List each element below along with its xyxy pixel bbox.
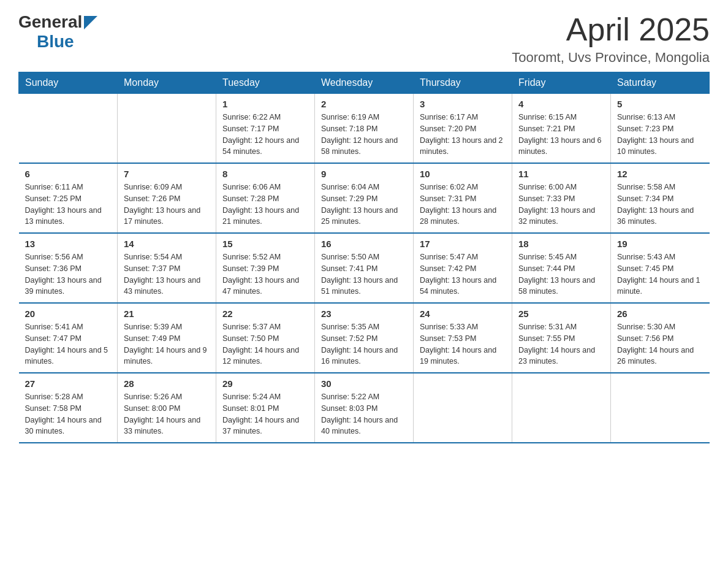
calendar-cell: 27Sunrise: 5:28 AMSunset: 7:58 PMDayligh… <box>19 373 118 443</box>
calendar-cell: 30Sunrise: 5:22 AMSunset: 8:03 PMDayligh… <box>315 373 414 443</box>
weekday-header-wednesday: Wednesday <box>315 72 414 94</box>
day-info: Sunrise: 5:33 AMSunset: 7:53 PMDaylight:… <box>420 321 506 367</box>
day-info: Sunrise: 5:50 AMSunset: 7:41 PMDaylight:… <box>321 251 407 297</box>
weekday-header-saturday: Saturday <box>611 72 710 94</box>
weekday-header-tuesday: Tuesday <box>216 72 315 94</box>
day-info: Sunrise: 5:43 AMSunset: 7:45 PMDaylight:… <box>617 251 703 297</box>
logo-general-text: General <box>18 12 82 32</box>
day-number: 26 <box>617 308 703 319</box>
calendar-cell: 19Sunrise: 5:43 AMSunset: 7:45 PMDayligh… <box>611 233 710 303</box>
calendar-cell <box>512 373 611 443</box>
day-info: Sunrise: 5:58 AMSunset: 7:34 PMDaylight:… <box>617 182 703 228</box>
calendar-cell: 24Sunrise: 5:33 AMSunset: 7:53 PMDayligh… <box>414 303 512 373</box>
day-number: 2 <box>321 99 407 109</box>
calendar-cell <box>611 373 710 443</box>
day-info: Sunrise: 5:37 AMSunset: 7:50 PMDaylight:… <box>222 321 308 367</box>
title-section: April 2025 Tooromt, Uvs Province, Mongol… <box>512 12 710 66</box>
day-number: 27 <box>25 378 112 389</box>
day-number: 29 <box>222 378 308 389</box>
calendar-cell: 28Sunrise: 5:26 AMSunset: 8:00 PMDayligh… <box>118 373 216 443</box>
calendar-cell: 15Sunrise: 5:52 AMSunset: 7:39 PMDayligh… <box>216 233 315 303</box>
calendar-cell <box>414 373 512 443</box>
calendar-cell: 2Sunrise: 6:19 AMSunset: 7:18 PMDaylight… <box>315 94 414 164</box>
calendar-cell: 8Sunrise: 6:06 AMSunset: 7:28 PMDaylight… <box>216 163 315 233</box>
day-info: Sunrise: 6:13 AMSunset: 7:23 PMDaylight:… <box>617 112 703 158</box>
day-number: 13 <box>25 239 112 249</box>
day-number: 23 <box>321 308 407 319</box>
day-number: 22 <box>222 308 308 319</box>
day-number: 19 <box>617 239 703 249</box>
day-info: Sunrise: 5:39 AMSunset: 7:49 PMDaylight:… <box>124 321 210 367</box>
day-info: Sunrise: 6:06 AMSunset: 7:28 PMDaylight:… <box>222 182 308 228</box>
day-info: Sunrise: 6:02 AMSunset: 7:31 PMDaylight:… <box>420 182 506 228</box>
day-number: 18 <box>518 239 604 249</box>
calendar-week-row: 20Sunrise: 5:41 AMSunset: 7:47 PMDayligh… <box>19 303 710 373</box>
weekday-header-row: SundayMondayTuesdayWednesdayThursdayFrid… <box>19 72 710 94</box>
day-number: 16 <box>321 239 407 249</box>
day-number: 8 <box>222 169 308 179</box>
day-number: 10 <box>420 169 506 179</box>
calendar-week-row: 6Sunrise: 6:11 AMSunset: 7:25 PMDaylight… <box>19 163 710 233</box>
day-info: Sunrise: 5:45 AMSunset: 7:44 PMDaylight:… <box>518 251 604 297</box>
day-info: Sunrise: 5:22 AMSunset: 8:03 PMDaylight:… <box>321 391 407 437</box>
day-info: Sunrise: 5:54 AMSunset: 7:37 PMDaylight:… <box>124 251 210 297</box>
day-number: 24 <box>420 308 506 319</box>
day-number: 28 <box>124 378 210 389</box>
weekday-header-monday: Monday <box>118 72 216 94</box>
day-number: 4 <box>518 99 604 109</box>
calendar-week-row: 1Sunrise: 6:22 AMSunset: 7:17 PMDaylight… <box>19 94 710 164</box>
month-title: April 2025 <box>512 12 710 47</box>
calendar-cell: 25Sunrise: 5:31 AMSunset: 7:55 PMDayligh… <box>512 303 611 373</box>
calendar-body: 1Sunrise: 6:22 AMSunset: 7:17 PMDaylight… <box>19 94 710 443</box>
logo-blue-text: Blue <box>37 32 74 52</box>
calendar-cell: 26Sunrise: 5:30 AMSunset: 7:56 PMDayligh… <box>611 303 710 373</box>
day-info: Sunrise: 6:15 AMSunset: 7:21 PMDaylight:… <box>518 112 604 158</box>
calendar-cell: 7Sunrise: 6:09 AMSunset: 7:26 PMDaylight… <box>118 163 216 233</box>
weekday-header-sunday: Sunday <box>19 72 118 94</box>
page-header: General Blue April 2025 Tooromt, Uvs Pro… <box>18 12 710 66</box>
calendar-cell <box>19 94 118 164</box>
day-number: 17 <box>420 239 506 249</box>
day-info: Sunrise: 5:47 AMSunset: 7:42 PMDaylight:… <box>420 251 506 297</box>
calendar-cell: 1Sunrise: 6:22 AMSunset: 7:17 PMDaylight… <box>216 94 315 164</box>
day-info: Sunrise: 5:28 AMSunset: 7:58 PMDaylight:… <box>25 391 112 437</box>
calendar-cell: 23Sunrise: 5:35 AMSunset: 7:52 PMDayligh… <box>315 303 414 373</box>
day-number: 9 <box>321 169 407 179</box>
calendar-cell: 9Sunrise: 6:04 AMSunset: 7:29 PMDaylight… <box>315 163 414 233</box>
day-info: Sunrise: 6:22 AMSunset: 7:17 PMDaylight:… <box>222 112 308 158</box>
calendar-cell <box>118 94 216 164</box>
calendar-cell: 6Sunrise: 6:11 AMSunset: 7:25 PMDaylight… <box>19 163 118 233</box>
calendar-cell: 29Sunrise: 5:24 AMSunset: 8:01 PMDayligh… <box>216 373 315 443</box>
calendar-cell: 18Sunrise: 5:45 AMSunset: 7:44 PMDayligh… <box>512 233 611 303</box>
calendar-cell: 10Sunrise: 6:02 AMSunset: 7:31 PMDayligh… <box>414 163 512 233</box>
calendar-header: SundayMondayTuesdayWednesdayThursdayFrid… <box>19 72 710 94</box>
calendar-cell: 12Sunrise: 5:58 AMSunset: 7:34 PMDayligh… <box>611 163 710 233</box>
calendar-cell: 13Sunrise: 5:56 AMSunset: 7:36 PMDayligh… <box>19 233 118 303</box>
day-number: 15 <box>222 239 308 249</box>
day-info: Sunrise: 5:56 AMSunset: 7:36 PMDaylight:… <box>25 251 112 297</box>
day-number: 21 <box>124 308 210 319</box>
day-info: Sunrise: 6:17 AMSunset: 7:20 PMDaylight:… <box>420 112 506 158</box>
day-number: 25 <box>518 308 604 319</box>
day-number: 3 <box>420 99 506 109</box>
calendar-week-row: 27Sunrise: 5:28 AMSunset: 7:58 PMDayligh… <box>19 373 710 443</box>
calendar-cell: 20Sunrise: 5:41 AMSunset: 7:47 PMDayligh… <box>19 303 118 373</box>
day-info: Sunrise: 5:52 AMSunset: 7:39 PMDaylight:… <box>222 251 308 297</box>
calendar-cell: 21Sunrise: 5:39 AMSunset: 7:49 PMDayligh… <box>118 303 216 373</box>
calendar-week-row: 13Sunrise: 5:56 AMSunset: 7:36 PMDayligh… <box>19 233 710 303</box>
calendar-cell: 14Sunrise: 5:54 AMSunset: 7:37 PMDayligh… <box>118 233 216 303</box>
calendar-cell: 3Sunrise: 6:17 AMSunset: 7:20 PMDaylight… <box>414 94 512 164</box>
weekday-header-thursday: Thursday <box>414 72 512 94</box>
calendar-cell: 11Sunrise: 6:00 AMSunset: 7:33 PMDayligh… <box>512 163 611 233</box>
day-number: 7 <box>124 169 210 179</box>
day-number: 20 <box>25 308 112 319</box>
day-number: 12 <box>617 169 703 179</box>
day-info: Sunrise: 5:24 AMSunset: 8:01 PMDaylight:… <box>222 391 308 437</box>
day-number: 30 <box>321 378 407 389</box>
day-info: Sunrise: 5:26 AMSunset: 8:00 PMDaylight:… <box>124 391 210 437</box>
day-number: 5 <box>617 99 703 109</box>
location-subtitle: Tooromt, Uvs Province, Mongolia <box>512 50 710 66</box>
day-info: Sunrise: 6:19 AMSunset: 7:18 PMDaylight:… <box>321 112 407 158</box>
day-info: Sunrise: 6:11 AMSunset: 7:25 PMDaylight:… <box>25 182 112 228</box>
calendar-table: SundayMondayTuesdayWednesdayThursdayFrid… <box>18 72 710 443</box>
